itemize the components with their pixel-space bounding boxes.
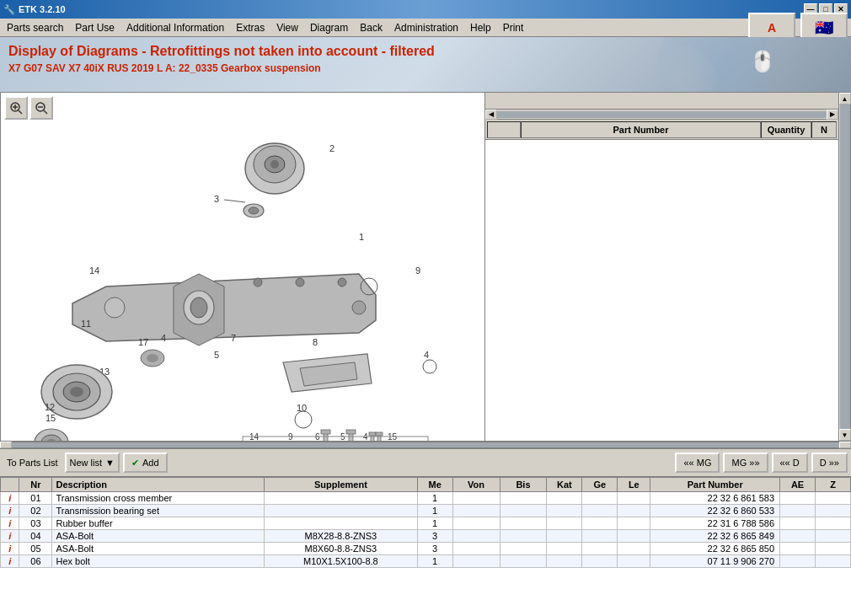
menu-additional-information[interactable]: Additional Information <box>121 20 229 35</box>
scroll-down-button[interactable]: ▼ <box>839 429 851 441</box>
row-supplement <box>265 517 418 530</box>
row-ge <box>582 530 618 543</box>
table-row[interactable]: i 01 Transmission cross member 1 22 32 6… <box>1 492 851 505</box>
menu-diagram[interactable]: Diagram <box>305 20 353 35</box>
row-part-number: 22 31 6 788 586 <box>650 517 780 530</box>
row-von <box>452 543 500 555</box>
menu-extras[interactable]: Extras <box>231 20 270 35</box>
th-part-number: Part Number <box>650 478 780 492</box>
h-scroll-right[interactable] <box>839 442 851 448</box>
svg-text:2: 2 <box>329 143 335 153</box>
svg-point-30 <box>147 354 158 362</box>
svg-point-11 <box>270 160 279 169</box>
nav-mg-prev-button[interactable]: «« MG <box>675 453 720 473</box>
nav-d-prev-button[interactable]: «« D <box>772 453 808 473</box>
main-vertical-scrollbar[interactable]: ▲ ▼ <box>838 93 850 441</box>
to-parts-list-label: To Parts List <box>3 458 62 468</box>
row-part-number: 22 32 6 865 849 <box>650 530 780 543</box>
menu-view[interactable]: View <box>271 20 303 35</box>
menu-part-use[interactable]: Part Use <box>70 20 120 35</box>
row-bis <box>500 555 547 568</box>
menu-back[interactable]: Back <box>355 20 388 35</box>
cursor-icon: 🖱️ <box>750 50 775 73</box>
scroll-right-button[interactable]: ▶ <box>827 110 838 120</box>
table-wrapper[interactable]: Nr Description Supplement Me Von Bis Kat… <box>0 477 851 616</box>
svg-point-20 <box>296 278 304 287</box>
row-nr: 04 <box>19 530 52 543</box>
row-kat <box>547 555 582 568</box>
th-von: Von <box>452 478 500 492</box>
row-bis <box>500 517 547 530</box>
zoom-in-button[interactable] <box>4 96 28 120</box>
row-bis <box>500 530 547 543</box>
zoom-out-button[interactable] <box>29 96 53 120</box>
svg-text:4: 4 <box>424 350 429 360</box>
nav-d-next-button[interactable]: D »» <box>811 453 848 473</box>
row-z <box>816 530 851 543</box>
svg-text:12: 12 <box>45 402 55 412</box>
scroll-left-button[interactable]: ◀ <box>485 110 497 120</box>
menu-administration[interactable]: Administration <box>389 20 463 35</box>
row-bis <box>500 543 547 555</box>
nav-mg-next-button[interactable]: MG »» <box>723 453 768 473</box>
row-ge <box>582 492 618 505</box>
svg-rect-76 <box>243 437 428 441</box>
svg-text:7: 7 <box>231 333 236 343</box>
svg-point-41 <box>70 387 83 397</box>
table-row[interactable]: i 02 Transmission bearing set 1 22 32 6 … <box>1 505 851 517</box>
menu-help[interactable]: Help <box>465 20 496 35</box>
row-von <box>452 530 500 543</box>
row-supplement <box>265 492 418 505</box>
table-row[interactable]: i 05 ASA-Bolt M8X60-8.8-ZNS3 3 22 32 6 8… <box>1 543 851 555</box>
scroll-up-button[interactable]: ▲ <box>839 93 851 104</box>
svg-rect-65 <box>376 432 383 436</box>
menu-parts-search[interactable]: Parts search <box>2 20 68 35</box>
th-supplement: Supplement <box>265 478 418 492</box>
title-bar: 🔧 ETK 3.2.10 — □ ✕ <box>0 0 851 19</box>
row-me: 1 <box>417 492 452 505</box>
row-me: 3 <box>417 543 452 555</box>
svg-text:14: 14 <box>89 265 99 276</box>
add-button[interactable]: ✔ Add <box>123 453 168 473</box>
header-decoration <box>598 37 767 92</box>
menu-print[interactable]: Print <box>498 20 529 35</box>
row-kat <box>547 505 582 517</box>
app-title: ETK 3.2.10 <box>19 4 66 14</box>
row-bis <box>500 505 547 517</box>
row-description: Transmission cross member <box>52 492 265 505</box>
row-kat <box>547 517 582 530</box>
table-row[interactable]: i 03 Rubber buffer 1 22 31 6 788 586 <box>1 517 851 530</box>
toolbar-bottom: To Parts List New list ▼ ✔ Add «« MG MG … <box>0 448 851 477</box>
row-supplement <box>265 505 418 517</box>
parts-table: Nr Description Supplement Me Von Bis Kat… <box>0 477 851 568</box>
row-description: ASA-Bolt <box>52 543 265 555</box>
row-icon: i <box>1 505 19 517</box>
th-ae: AE <box>780 478 816 492</box>
col-empty <box>487 121 521 138</box>
right-panel: ◀ ▶ Part Number Quantity N <box>485 93 838 441</box>
row-nr: 06 <box>19 555 52 568</box>
row-nr: 03 <box>19 517 52 530</box>
table-row[interactable]: i 04 ASA-Bolt M8X28-8.8-ZNS3 3 22 32 6 8… <box>1 530 851 543</box>
row-description: Rubber buffer <box>52 517 265 530</box>
new-list-dropdown[interactable]: New list ▼ <box>65 453 120 473</box>
svg-point-15 <box>249 207 259 214</box>
row-nr: 05 <box>19 543 52 555</box>
row-ae <box>780 517 816 530</box>
zoom-controls <box>4 96 53 120</box>
table-row[interactable]: i 06 Hex bolt M10X1.5X100-8.8 1 07 11 9 … <box>1 555 851 568</box>
row-z <box>816 505 851 517</box>
row-nr: 02 <box>19 505 52 517</box>
svg-text:5: 5 <box>214 350 219 360</box>
svg-point-33 <box>423 360 436 373</box>
parts-diagram-svg: 2 3 1 <box>5 118 473 441</box>
svg-rect-63 <box>369 432 376 436</box>
svg-line-13 <box>224 200 245 202</box>
diagram-image: 2 3 1 <box>1 93 484 441</box>
header-area: Display of Diagrams - Retrofittings not … <box>0 37 851 92</box>
row-ae <box>780 555 816 568</box>
h-scroll-left[interactable] <box>0 442 12 448</box>
row-ge <box>582 543 618 555</box>
svg-point-18 <box>190 297 207 318</box>
th-nr: Nr <box>19 478 52 492</box>
